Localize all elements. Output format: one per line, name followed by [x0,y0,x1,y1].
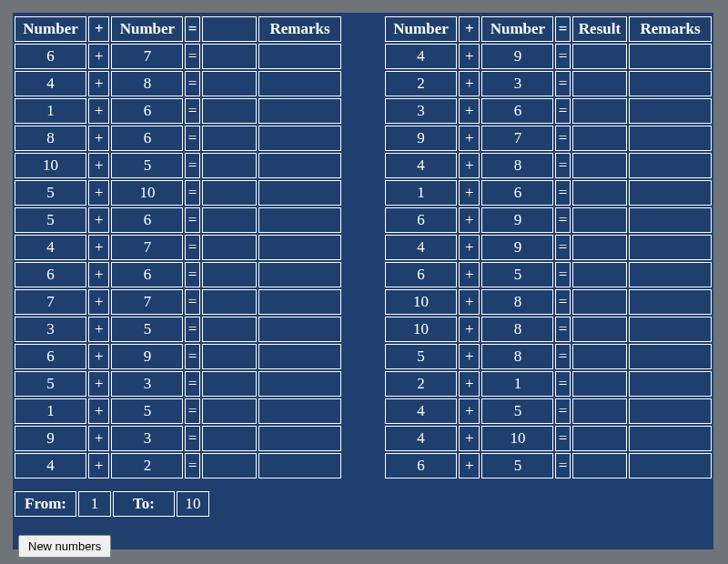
cell-result[interactable] [202,207,257,233]
cell-operator: + [459,126,480,151]
cell-number-a: 6 [385,453,457,478]
cell-number-a: 10 [15,153,86,178]
cell-remarks[interactable] [258,317,341,342]
right-addition-table: Number + Number = Result Remarks 4+9=2+3… [383,15,713,480]
cell-remarks[interactable] [629,153,712,178]
cell-remarks[interactable] [629,371,712,397]
cell-result[interactable] [572,126,627,151]
cell-remarks[interactable] [629,453,712,478]
cell-equals: = [555,289,570,315]
cell-result[interactable] [572,289,627,315]
cell-number-b: 10 [481,426,553,451]
cell-result[interactable] [202,371,257,397]
cell-remarks[interactable] [629,262,712,287]
cell-operator: + [459,344,480,369]
cell-result[interactable] [572,71,627,96]
cell-remarks[interactable] [258,289,341,315]
cell-remarks[interactable] [629,289,712,315]
cell-remarks[interactable] [629,398,712,424]
cell-result[interactable] [202,317,257,342]
table-row: 1+6= [385,180,712,206]
cell-result[interactable] [202,98,257,124]
range-from-value[interactable]: 1 [78,491,111,517]
cell-remarks[interactable] [258,98,341,124]
cell-remarks[interactable] [258,426,341,451]
cell-result[interactable] [572,262,627,287]
cell-result[interactable] [572,398,627,424]
cell-remarks[interactable] [258,153,341,178]
cell-remarks[interactable] [629,344,712,369]
col-header-number-a: Number [385,16,457,42]
table-row: 3+5= [15,317,341,342]
cell-number-a: 2 [385,371,457,397]
cell-result[interactable] [572,344,627,369]
cell-equals: = [555,180,570,206]
cell-result[interactable] [202,153,257,178]
table-row: 5+10= [15,180,341,206]
cell-result[interactable] [202,453,257,478]
range-to-value[interactable]: 10 [177,491,209,517]
cell-result[interactable] [572,207,627,233]
cell-operator: + [459,262,480,287]
cell-remarks[interactable] [629,44,712,69]
cell-remarks[interactable] [629,98,712,124]
cell-result[interactable] [202,180,257,206]
cell-remarks[interactable] [629,317,712,342]
cell-result[interactable] [572,453,627,478]
cell-result[interactable] [202,398,257,424]
cell-remarks[interactable] [258,207,341,233]
cell-operator: + [88,371,109,397]
cell-remarks[interactable] [629,426,712,451]
cell-result[interactable] [572,180,627,206]
cell-result[interactable] [202,289,257,315]
table-row: 7+7= [15,289,341,315]
cell-result[interactable] [202,262,257,287]
cell-remarks[interactable] [258,71,341,96]
cell-result[interactable] [202,71,257,96]
cell-result[interactable] [572,371,627,397]
cell-result[interactable] [572,235,627,260]
cell-number-a: 6 [15,44,86,69]
cell-operator: + [459,371,480,397]
cell-remarks[interactable] [629,71,712,96]
table-row: 2+1= [385,371,712,397]
table-row: 1+6= [15,98,341,124]
cell-result[interactable] [202,126,257,151]
cell-remarks[interactable] [258,453,341,478]
cell-remarks[interactable] [258,262,341,287]
cell-remarks[interactable] [629,235,712,260]
cell-operator: + [459,207,480,233]
cell-result[interactable] [572,317,627,342]
cell-result[interactable] [202,44,257,69]
cell-operator: + [88,317,109,342]
cell-remarks[interactable] [258,44,341,69]
table-row: 9+3= [15,426,341,451]
cell-number-b: 5 [111,153,183,178]
cell-operator: + [459,398,480,424]
cell-equals: = [555,426,570,451]
cell-remarks[interactable] [258,126,341,151]
cell-remarks[interactable] [629,207,712,233]
cell-result[interactable] [572,153,627,178]
cell-remarks[interactable] [258,398,341,424]
cell-remarks[interactable] [258,235,341,260]
cell-result[interactable] [572,426,627,451]
cell-result[interactable] [202,235,257,260]
cell-result[interactable] [572,44,627,69]
cell-remarks[interactable] [629,126,712,151]
cell-number-a: 10 [385,289,457,315]
cell-operator: + [88,98,109,124]
cell-operator: + [459,98,480,124]
cell-result[interactable] [572,98,627,124]
cell-result[interactable] [202,426,257,451]
cell-remarks[interactable] [258,344,341,369]
cell-operator: + [459,44,480,69]
cell-remarks[interactable] [629,180,712,206]
cell-equals: = [185,180,199,206]
new-numbers-button[interactable]: New numbers [18,535,111,558]
cell-remarks[interactable] [258,371,341,397]
cell-operator: + [459,453,480,478]
cell-remarks[interactable] [258,180,341,206]
cell-result[interactable] [202,344,257,369]
cell-number-b: 6 [481,180,553,206]
